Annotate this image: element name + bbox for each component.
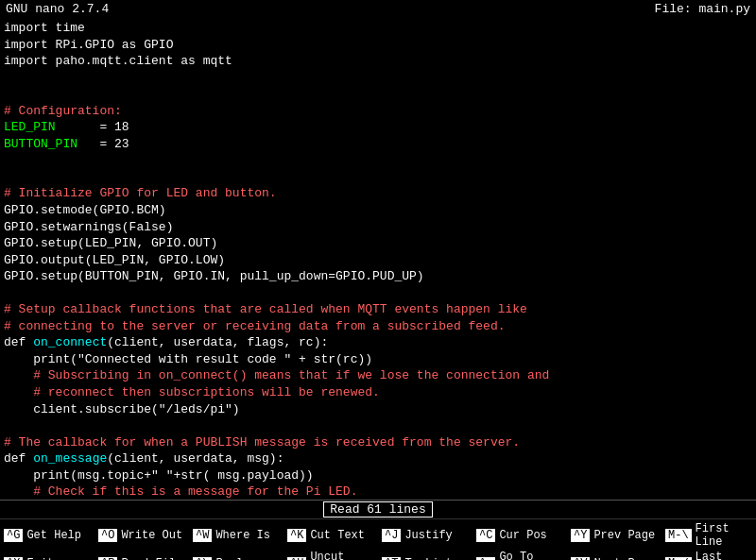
code-line: # connecting to the server or receiving … (4, 318, 752, 335)
code-line: def on_connect(client, userdata, flags, … (4, 334, 752, 351)
code-line: # Initialize GPIO for LED and button. (4, 185, 752, 202)
cmd-label: Go To Line (499, 551, 563, 560)
cmd-key: M-\ (665, 529, 692, 542)
bottom-bar: ^GGet Help^OWrite Out^WWhere Is^KCut Tex… (0, 518, 756, 560)
title-bar: GNU nano 2.7.4 File: main.py (0, 0, 756, 18)
cmd-key: ^C (476, 529, 495, 542)
cmd-key: ^Y (571, 529, 590, 542)
code-line: def on_message(client, userdata, msg): (4, 450, 752, 467)
code-line (4, 86, 752, 103)
cmd-key: ^W (193, 529, 212, 542)
code-line: import time (4, 20, 752, 37)
cmd-label: Cur Pos (499, 529, 546, 542)
code-line: GPIO.setup(BUTTON_PIN, GPIO.IN, pull_up_… (4, 268, 752, 285)
code-line: client.subscribe("/leds/pi") (4, 401, 752, 418)
bottom-command[interactable]: ^CCur Pos (472, 521, 567, 550)
code-line (4, 152, 752, 169)
code-line: print("Connected with result code " + st… (4, 351, 752, 368)
cmd-label: Justify (404, 529, 452, 542)
cmd-label: Write Out (121, 529, 182, 542)
code-line: GPIO.setmode(GPIO.BCM) (4, 202, 752, 219)
bottom-command[interactable]: ^_Go To Line (472, 550, 567, 560)
code-line (4, 417, 752, 434)
bottom-command[interactable]: ^VNext Page (567, 550, 662, 560)
cmd-label: Last Line (696, 551, 752, 560)
app-title: GNU nano 2.7.4 (6, 2, 109, 16)
cmd-label: Cut Text (310, 529, 365, 542)
status-bar: Read 61 lines (0, 500, 756, 518)
code-line: GPIO.output(LED_PIN, GPIO.LOW) (4, 252, 752, 269)
status-text: Read 61 lines (330, 502, 425, 517)
code-line (4, 70, 752, 87)
cmd-key: ^J (382, 529, 401, 542)
bottom-command[interactable]: M-\First Line (662, 521, 756, 550)
code-line: BUTTON_PIN = 23 (4, 136, 752, 153)
code-line: import RPi.GPIO as GPIO (4, 37, 752, 54)
code-line: # Check if this is a message for the Pi … (4, 484, 752, 500)
code-line (4, 169, 752, 186)
cmd-key: ^G (4, 529, 23, 542)
bottom-command[interactable]: ^RRead File (94, 550, 189, 560)
code-line: # Setup callback functions that are call… (4, 301, 752, 318)
bottom-command[interactable]: M-/Last Line (662, 550, 756, 560)
code-line: GPIO.setwarnings(False) (4, 219, 752, 236)
cmd-label: Uncut Text (310, 551, 374, 560)
bottom-command[interactable]: ^OWrite Out (94, 521, 189, 550)
code-line: # Configuration: (4, 103, 752, 120)
code-line: # reconnect then subscriptions will be r… (4, 384, 752, 401)
code-line: LED_PIN = 18 (4, 119, 752, 136)
code-line: # The callback for when a PUBLISH messag… (4, 434, 752, 451)
code-line: # Subscribing in on_connect() means that… (4, 367, 752, 384)
status-box: Read 61 lines (323, 501, 432, 518)
bottom-command[interactable]: ^WWhere Is (189, 521, 284, 550)
editor-area[interactable]: import timeimport RPi.GPIO as GPIOimport… (0, 18, 756, 500)
code-line: import paho.mqtt.client as mqtt (4, 53, 752, 70)
bottom-command[interactable]: ^KCut Text (284, 521, 378, 550)
cmd-label: Where Is (215, 529, 270, 542)
bottom-command[interactable]: ^\Replace (189, 550, 284, 560)
file-name: File: main.py (655, 2, 750, 16)
bottom-commands-row: ^GGet Help^OWrite Out^WWhere Is^KCut Tex… (0, 521, 756, 550)
bottom-command[interactable]: ^UUncut Text (284, 550, 378, 560)
cmd-key: ^O (98, 529, 117, 542)
code-line (4, 285, 752, 302)
cmd-key: ^K (287, 529, 306, 542)
bottom-command[interactable]: ^JJustify (378, 521, 472, 550)
bottom-command[interactable]: ^XExit (0, 550, 94, 560)
bottom-command[interactable]: ^TTo Linter (378, 550, 472, 560)
code-line: GPIO.setup(LED_PIN, GPIO.OUT) (4, 235, 752, 252)
cmd-label: First Line (696, 522, 752, 549)
bottom-command[interactable]: ^YPrev Page (567, 521, 662, 550)
cmd-label: Get Help (26, 529, 81, 542)
bottom-command[interactable]: ^GGet Help (0, 521, 94, 550)
cmd-label: Prev Page (593, 529, 655, 542)
bottom-commands-row: ^XExit^RRead File^\Replace^UUncut Text^T… (0, 550, 756, 560)
code-line: print(msg.topic+" "+str( msg.payload)) (4, 467, 752, 484)
